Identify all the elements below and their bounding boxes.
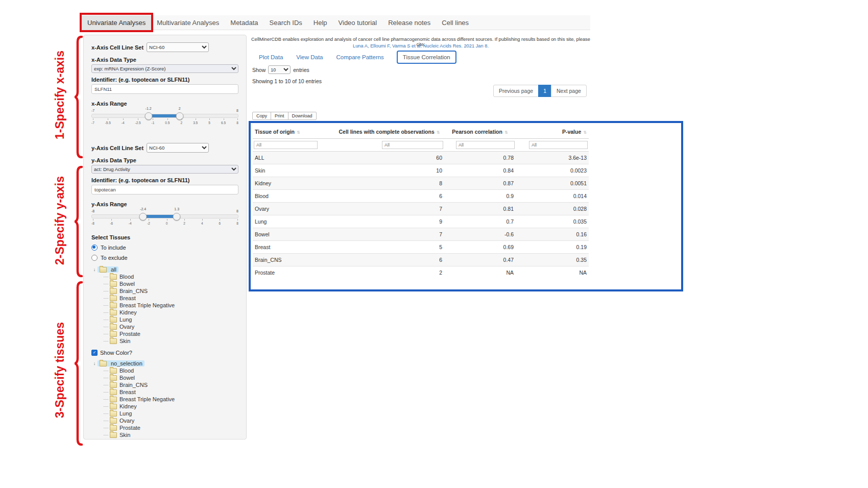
tree-connector-icon bbox=[104, 312, 108, 313]
y-axis-range-slider[interactable]: -8 8 -2.4 1.3 -8-6-4-202468 bbox=[91, 209, 238, 225]
y-slider-handle-low[interactable]: -2.4 bbox=[139, 213, 147, 221]
tree-expand-icon[interactable]: ↓ bbox=[91, 267, 98, 272]
sort-icon[interactable]: ⇅ bbox=[437, 130, 440, 135]
filter-input-cell-lines-with-complete-observations[interactable] bbox=[382, 141, 443, 149]
print-button[interactable]: Print bbox=[271, 112, 288, 120]
x-identifier-input[interactable] bbox=[91, 84, 238, 94]
nav-tab-video-tutorial[interactable]: Video tutorial bbox=[333, 15, 383, 30]
tree-connector-icon bbox=[104, 392, 108, 393]
filter-input-tissue-of-origin[interactable] bbox=[254, 141, 318, 149]
tree2-item-lung[interactable]: Lung bbox=[91, 410, 238, 417]
tree1-root-all[interactable]: all bbox=[98, 266, 118, 273]
nav-tab-release-notes[interactable]: Release notes bbox=[382, 15, 436, 30]
cell: 7 bbox=[334, 228, 444, 241]
radio-option-to-include[interactable]: To include bbox=[91, 245, 238, 251]
tree1-item-skin[interactable]: Skin bbox=[91, 337, 238, 345]
x-range-max-label: 8 bbox=[236, 109, 238, 114]
filter-input-pearson-correlation[interactable] bbox=[456, 141, 515, 149]
column-header-pearson-correlation[interactable]: Pearson correlation⇅ bbox=[444, 125, 516, 139]
show-entries-row: Show 10 entries bbox=[252, 65, 309, 74]
tab-compare-patterns[interactable]: Compare Patterns bbox=[330, 54, 391, 60]
tree1-item-ovary[interactable]: Ovary bbox=[91, 323, 238, 330]
y-data-type-select[interactable]: act: Drug Activity bbox=[91, 165, 238, 174]
tab-tissue-correlation[interactable]: Tissue Correlation bbox=[397, 51, 456, 64]
tree2-item-brain-cns[interactable]: Brain_CNS bbox=[91, 381, 238, 388]
y-range-min-label: -8 bbox=[91, 209, 94, 214]
tree1-item-blood[interactable]: Blood bbox=[91, 273, 238, 280]
checkbox-checked-icon[interactable]: ✓ bbox=[91, 350, 98, 356]
y-slider-handle-high[interactable]: 1.3 bbox=[173, 213, 181, 221]
tree2-item-blood[interactable]: Blood bbox=[91, 367, 238, 374]
nav-tab-search-ids[interactable]: Search IDs bbox=[264, 15, 308, 30]
sort-icon[interactable]: ⇅ bbox=[297, 130, 300, 135]
x-slider-track[interactable]: -1.2 2 bbox=[91, 114, 238, 118]
tree2-item-skin[interactable]: Skin bbox=[91, 431, 238, 438]
tree-expand-icon[interactable]: ↓ bbox=[91, 361, 98, 366]
tree2-item-breast[interactable]: Breast bbox=[91, 388, 238, 396]
tree-connector-icon bbox=[104, 320, 108, 320]
tree1-item-breast[interactable]: Breast bbox=[91, 295, 238, 302]
tree1-item-lung[interactable]: Lung bbox=[91, 316, 238, 323]
previous-page-button[interactable]: Previous page bbox=[493, 85, 539, 97]
tree1-item-brain-cns[interactable]: Brain_CNS bbox=[91, 287, 238, 295]
radio-option-to-exclude[interactable]: To exclude bbox=[91, 255, 238, 261]
x-cell-line-set-select[interactable]: NCI-60 bbox=[147, 42, 209, 52]
tree2-item-kidney[interactable]: Kidney bbox=[91, 403, 238, 410]
show-color-checkbox-row[interactable]: ✓ Show Color? bbox=[91, 350, 238, 356]
column-header-tissue-of-origin[interactable]: Tissue of origin⇅ bbox=[253, 125, 334, 139]
column-header-p-value[interactable]: P-value⇅ bbox=[516, 125, 589, 139]
download-button[interactable]: Download bbox=[288, 112, 317, 120]
tree-connector-icon bbox=[104, 428, 108, 428]
tree2-item-breast-triple-negative[interactable]: Breast Triple Negative bbox=[91, 396, 238, 403]
main-tab-bar: Plot DataView DataCompare PatternsTissue… bbox=[252, 51, 456, 64]
table-filter-row bbox=[253, 139, 589, 152]
tree-connector-icon bbox=[104, 298, 108, 299]
cell: 0.9 bbox=[444, 190, 516, 203]
sort-icon[interactable]: ⇅ bbox=[583, 130, 587, 135]
y-cell-line-set-select[interactable]: NCI-60 bbox=[147, 143, 209, 153]
filter-input-p-value[interactable] bbox=[529, 141, 588, 149]
column-header-cell-lines-with-complete-observations[interactable]: Cell lines with complete observations⇅ bbox=[334, 125, 444, 139]
tab-view-data[interactable]: View Data bbox=[290, 54, 329, 60]
nav-tab-help[interactable]: Help bbox=[308, 15, 333, 30]
x-axis-range-slider[interactable]: -7 8 -1.2 2 -7-5.5-4-2.5-10.523.556.58 bbox=[91, 109, 238, 125]
nav-tab-multivariate-analyses[interactable]: Multivariate Analyses bbox=[151, 15, 225, 30]
tree1-item-bowel[interactable]: Bowel bbox=[91, 280, 238, 287]
next-page-button[interactable]: Next page bbox=[551, 85, 587, 97]
copy-button[interactable]: Copy bbox=[252, 112, 271, 120]
tree2-item-bowel[interactable]: Bowel bbox=[91, 374, 238, 381]
citation-link[interactable]: Luna A, Elloumi F, Varma S et al. Nuclei… bbox=[353, 43, 489, 48]
tree-connector-icon bbox=[104, 291, 108, 291]
tree2-item-ovary[interactable]: Ovary bbox=[91, 417, 238, 424]
table-row-kidney: Kidney80.870.0051 bbox=[253, 177, 589, 190]
y-range-title: y-Axis Range bbox=[91, 201, 238, 207]
y-slider-track[interactable]: -2.4 1.3 bbox=[91, 214, 238, 218]
nav-tab-cell-lines[interactable]: Cell lines bbox=[436, 15, 474, 30]
tree-item-label: Lung bbox=[119, 316, 132, 323]
y-identifier-input[interactable] bbox=[91, 185, 238, 194]
x-identifier-label: Identifier: (e.g. topotecan or SLFN11) bbox=[91, 77, 238, 83]
tick-label: 5 bbox=[208, 118, 210, 125]
tick-label: 8 bbox=[236, 118, 238, 125]
cell: 0.69 bbox=[444, 241, 516, 254]
tree-item-label: Ovary bbox=[119, 324, 134, 330]
x-cell-line-set-row: x-Axis Cell Line Set NCI-60 bbox=[91, 42, 238, 52]
tree1-item-prostate[interactable]: Prostate bbox=[91, 330, 238, 337]
x-data-type-select[interactable]: exp: mRNA Expression (Z-Score) bbox=[91, 64, 238, 73]
nav-tab-univariate-analyses[interactable]: Univariate Analyses bbox=[82, 15, 151, 30]
folder-icon bbox=[110, 317, 117, 323]
tree2-item-prostate[interactable]: Prostate bbox=[91, 424, 238, 431]
cell: 6 bbox=[334, 254, 444, 266]
page-1-button[interactable]: 1 bbox=[538, 85, 551, 97]
tree2-root-no-selection[interactable]: no_selection bbox=[98, 360, 144, 367]
nav-tab-metadata[interactable]: Metadata bbox=[225, 15, 263, 30]
folder-icon bbox=[100, 267, 107, 273]
cell: 0.47 bbox=[444, 254, 516, 266]
tree1-item-breast-triple-negative[interactable]: Breast Triple Negative bbox=[91, 302, 238, 309]
tick-label: -1 bbox=[152, 118, 155, 125]
tab-plot-data[interactable]: Plot Data bbox=[252, 54, 290, 60]
tree-connector-icon bbox=[104, 341, 108, 341]
tree1-item-kidney[interactable]: Kidney bbox=[91, 309, 238, 316]
show-entries-select[interactable]: 10 bbox=[268, 65, 291, 74]
sort-icon[interactable]: ⇅ bbox=[504, 130, 508, 135]
